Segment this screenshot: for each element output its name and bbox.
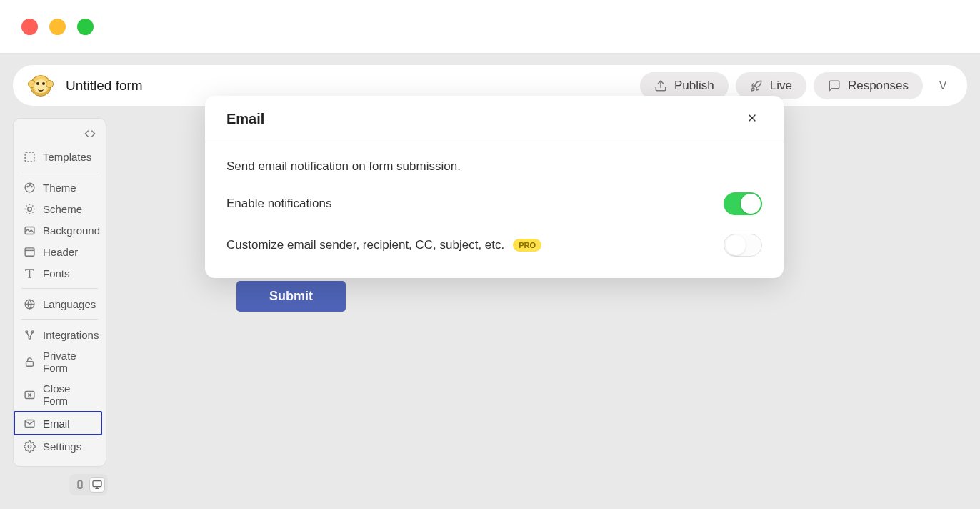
setting-label: Enable notifications [226,197,331,211]
sidebar-item-settings[interactable]: Settings [17,435,102,457]
palette-icon [23,181,36,194]
sidebar-item-close-form[interactable]: Close Form [17,378,102,411]
sidebar-item-integrations[interactable]: Integrations [17,324,102,345]
live-button[interactable]: Live [736,72,806,99]
topbar-left: Untitled form [30,75,143,97]
traffic-lights [21,19,94,35]
device-preview-toggle [69,474,108,495]
window-minimize-button[interactable] [49,19,66,35]
modal-header: Email [205,96,784,142]
svg-rect-25 [26,361,33,365]
responses-label: Responses [848,79,909,93]
svg-point-4 [29,184,29,185]
rocket-icon [750,79,763,92]
sidebar-label: Scheme [43,203,82,215]
svg-point-3 [26,186,27,187]
app-logo-icon [30,75,51,97]
svg-rect-33 [93,481,101,487]
pro-badge: PRO [513,239,541,252]
sidebar-label: Private Form [43,350,96,374]
app-area: Untitled form Publish Live Responses [0,54,980,509]
sidebar-label: Integrations [43,329,99,341]
sidebar-label: Close Form [43,382,96,407]
window-chrome [0,0,980,54]
sidebar-item-languages[interactable]: Languages [17,293,102,315]
sidebar-separator [21,288,98,289]
svg-line-12 [32,212,33,212]
svg-point-22 [25,330,27,332]
setting-customize-email: Customize email sender, recipient, CC, s… [226,234,762,257]
sidebar-item-scheme[interactable]: Scheme [17,198,102,219]
setting-label: Customize email sender, recipient, CC, s… [226,238,541,252]
publish-label: Publish [674,79,714,93]
sidebar-code-toggle[interactable] [17,124,102,146]
svg-rect-16 [25,247,34,255]
sidebar-separator [21,319,98,320]
svg-rect-1 [25,152,34,162]
sidebar: Templates Theme Scheme Background Head [13,118,106,467]
svg-point-24 [29,337,31,339]
sidebar-item-fonts[interactable]: Fonts [17,262,102,284]
svg-point-23 [31,330,34,332]
topbar-right: Publish Live Responses V [640,72,956,99]
close-form-icon [23,388,36,401]
form-submit-button[interactable]: Submit [236,281,346,312]
modal-title: Email [226,111,264,127]
toggle-knob [726,235,746,255]
svg-line-13 [26,212,26,212]
svg-line-14 [32,205,33,206]
modal-close-button[interactable] [742,109,762,129]
globe-icon [23,297,36,310]
layout-icon [23,245,36,258]
modal-body: Send email notification on form submissi… [205,142,784,278]
sidebar-label: Fonts [43,267,70,280]
sidebar-label: Email [43,417,70,430]
sun-icon [23,202,36,215]
enable-notifications-toggle[interactable] [724,192,762,215]
image-icon [23,224,36,237]
svg-point-5 [31,186,31,187]
sidebar-label: Languages [43,298,96,310]
user-avatar[interactable]: V [930,73,956,99]
lock-icon [23,355,36,368]
publish-button[interactable]: Publish [640,72,729,99]
sidebar-item-private-form[interactable]: Private Form [17,345,102,378]
sidebar-separator [21,172,98,172]
email-settings-modal: Email Send email notification on form su… [205,96,784,278]
code-icon [84,127,96,140]
sidebar-item-header[interactable]: Header [17,241,102,262]
window-close-button[interactable] [21,19,38,35]
form-title[interactable]: Untitled form [66,78,143,94]
toggle-knob [741,194,761,214]
sidebar-label: Header [43,246,78,258]
sidebar-item-background[interactable]: Background [17,219,102,241]
sidebar-label: Theme [43,182,76,194]
upload-icon [654,79,667,92]
sidebar-item-templates[interactable]: Templates [17,146,102,167]
mail-icon [23,417,36,430]
customize-email-toggle[interactable] [724,234,762,257]
customize-label-text: Customize email sender, recipient, CC, s… [226,238,504,252]
sidebar-label: Settings [43,440,81,453]
window-maximize-button[interactable] [77,19,94,35]
setting-enable-notifications: Enable notifications [226,192,762,215]
sidebar-label: Background [43,224,100,237]
modal-description: Send email notification on form submissi… [226,159,762,174]
live-label: Live [770,79,792,93]
responses-button[interactable]: Responses [814,72,923,99]
svg-point-6 [27,207,31,211]
nodes-icon [23,328,36,341]
svg-line-11 [26,205,26,206]
sidebar-item-email[interactable]: Email [14,411,102,435]
type-icon [23,267,36,280]
gear-icon [23,440,36,453]
device-desktop-button[interactable] [89,477,105,493]
close-icon [746,111,758,127]
svg-point-30 [28,445,31,448]
chat-icon [828,79,841,92]
device-mobile-button[interactable] [72,477,88,493]
sidebar-item-theme[interactable]: Theme [17,177,102,198]
template-icon [23,150,36,163]
sidebar-label: Templates [43,151,91,163]
